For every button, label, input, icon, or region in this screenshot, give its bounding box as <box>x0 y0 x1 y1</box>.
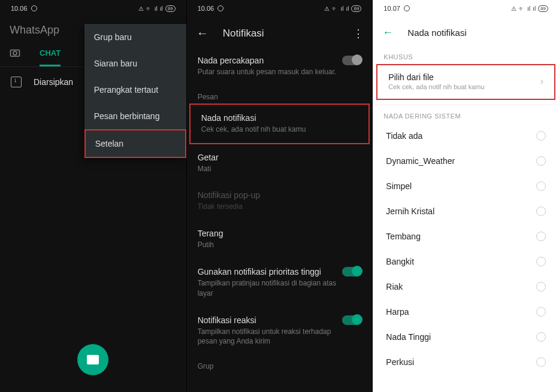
setting-subtitle: Tidak tersedia <box>198 202 362 212</box>
tone-option-harpa[interactable]: Harpa <box>373 299 559 324</box>
tone-option-nada-tinggi[interactable]: Nada Tinggi <box>373 324 559 350</box>
battery-icon: 89 <box>165 5 176 12</box>
page-title: Nada notifikasi <box>407 28 466 38</box>
divider <box>373 105 559 105</box>
setting-notification-tone[interactable]: Nada notifikasi Cek cek, ada notif nih b… <box>191 105 369 143</box>
tone-option-riak[interactable]: Riak <box>373 274 559 299</box>
status-icons: ⚠ᯤılıl 89 <box>138 5 176 12</box>
toggle-high-priority[interactable] <box>342 267 361 276</box>
clock-icon <box>404 5 410 11</box>
section-system-tones: NADA DERING SISTEM <box>373 107 559 123</box>
archived-label: Diarsipkan <box>34 77 73 87</box>
notification-settings-panel: 10.06 ⚠ᯤılıl 89 ← Notifikasi ⋮ Nada perc… <box>186 0 373 392</box>
menu-item-new-broadcast[interactable]: Siaran baru <box>84 50 186 77</box>
tone-option-simpel[interactable]: Simpel <box>373 174 559 199</box>
pick-title: Pilih dari file <box>388 72 540 82</box>
radio-icon[interactable] <box>536 232 546 241</box>
battery-icon: 89 <box>538 5 548 12</box>
status-time: 10.07 <box>383 5 400 12</box>
tone-option-jernih-kristal[interactable]: Jernih Kristal <box>373 199 559 224</box>
setting-title: Gunakan notifikasi prioritas tinggi <box>198 267 343 276</box>
menu-item-linked-devices[interactable]: Perangkat tertaut <box>84 77 186 103</box>
setting-title: Terang <box>198 229 362 238</box>
pick-subtitle: Cek cek, ada notif nih buat kamu <box>388 83 540 90</box>
svg-point-1 <box>13 51 17 55</box>
setting-subtitle: Tampilkan pratinjau notifikasi di bagian… <box>198 278 343 299</box>
setting-subtitle: Putih <box>198 240 362 250</box>
status-icons: ⚠ᯤılıl 89 <box>324 5 361 12</box>
battery-icon: 89 <box>351 5 361 12</box>
setting-popup: Notifikasi pop-up Tidak tersedia <box>187 182 373 220</box>
tone-picker-panel: 10.07 ⚠ᯤılıl 89 ← Nada notifikasi KHUSUS… <box>372 0 559 392</box>
menu-item-new-group[interactable]: Grup baru <box>84 24 186 50</box>
clock-icon <box>217 5 223 11</box>
setting-subtitle: Cek cek, ada notif nih buat kamu <box>201 124 358 135</box>
whatsapp-main-panel: 10.06 ⚠ᯤılıl 89 WhatsApp CHAT Diarsipkan… <box>0 0 186 392</box>
radio-icon[interactable] <box>536 332 546 342</box>
setting-light[interactable]: Terang Putih <box>187 220 373 259</box>
archive-icon <box>11 77 22 87</box>
status-bar: 10.06 ⚠ᯤılıl 89 <box>187 0 373 17</box>
setting-vibrate[interactable]: Getar Mati <box>187 144 373 183</box>
status-bar: 10.07 ⚠ᯤılıl 89 <box>373 0 559 17</box>
setting-title: Notifikasi pop-up <box>198 190 362 200</box>
setting-subtitle: Putar suara untuk pesan masuk dan keluar… <box>198 67 343 77</box>
setting-title: Getar <box>198 153 362 162</box>
radio-icon[interactable] <box>536 357 546 367</box>
tone-option-dynamic-weather[interactable]: Dynamic_Weather <box>373 148 559 174</box>
radio-icon[interactable] <box>536 131 546 141</box>
tab-chat[interactable]: CHAT <box>40 41 61 66</box>
menu-item-starred[interactable]: Pesan berbintang <box>84 103 186 129</box>
tone-option-bangkit[interactable]: Bangkit <box>373 249 559 274</box>
menu-item-settings[interactable]: Setelan <box>84 129 186 158</box>
status-time: 10.06 <box>198 5 214 12</box>
radio-icon[interactable] <box>536 282 546 291</box>
section-grup: Grup <box>187 355 373 373</box>
section-pesan: Pesan <box>187 86 373 104</box>
status-bar: 10.06 ⚠ᯤılıl 89 <box>0 0 186 17</box>
page-title: Notifikasi <box>223 28 339 39</box>
tone-header: ← Nada notifikasi <box>373 17 559 47</box>
setting-conversation-tone[interactable]: Nada percakapan Putar suara untuk pesan … <box>187 47 373 86</box>
overflow-menu: Grup baru Siaran baru Perangkat tertaut … <box>84 24 186 158</box>
status-icons: ⚠ᯤılıl 89 <box>511 5 548 12</box>
setting-title: Notifikasi reaksi <box>198 315 343 325</box>
new-chat-fab[interactable] <box>77 344 108 375</box>
radio-icon[interactable] <box>536 307 546 317</box>
back-arrow-icon[interactable]: ← <box>382 26 393 39</box>
tone-option-none[interactable]: Tidak ada <box>373 123 559 148</box>
setting-title: Nada notifikasi <box>201 113 358 123</box>
setting-subtitle: Mati <box>198 164 362 174</box>
camera-tab-icon[interactable] <box>10 48 20 60</box>
overflow-icon[interactable]: ⋮ <box>353 27 362 40</box>
radio-icon[interactable] <box>536 181 546 191</box>
tone-option-tembang[interactable]: Tembang <box>373 224 559 249</box>
setting-high-priority[interactable]: Gunakan notifikasi prioritas tinggi Tamp… <box>187 259 373 307</box>
section-khusus: KHUSUS <box>373 47 559 64</box>
pick-from-file[interactable]: Pilih dari file Cek cek, ada notif nih b… <box>377 65 554 99</box>
toggle-conversation-tone[interactable] <box>342 56 361 65</box>
setting-title: Nada percakapan <box>198 56 343 65</box>
setting-subtitle: Tampilkan notifikasi untuk reaksi terhad… <box>198 327 343 347</box>
settings-header: ← Notifikasi ⋮ <box>187 17 373 47</box>
back-arrow-icon[interactable]: ← <box>197 26 209 40</box>
status-time: 10.06 <box>11 5 28 12</box>
tone-option-perkusi[interactable]: Perkusi <box>373 350 559 375</box>
setting-reaction-notif[interactable]: Notifikasi reaksi Tampilkan notifikasi u… <box>187 307 373 355</box>
chat-icon <box>87 355 99 364</box>
radio-icon[interactable] <box>536 206 546 216</box>
radio-icon[interactable] <box>536 156 546 166</box>
clock-icon <box>31 5 37 11</box>
chevron-right-icon: › <box>540 76 543 87</box>
radio-icon[interactable] <box>536 257 546 266</box>
toggle-reaction-notif[interactable] <box>342 315 361 325</box>
